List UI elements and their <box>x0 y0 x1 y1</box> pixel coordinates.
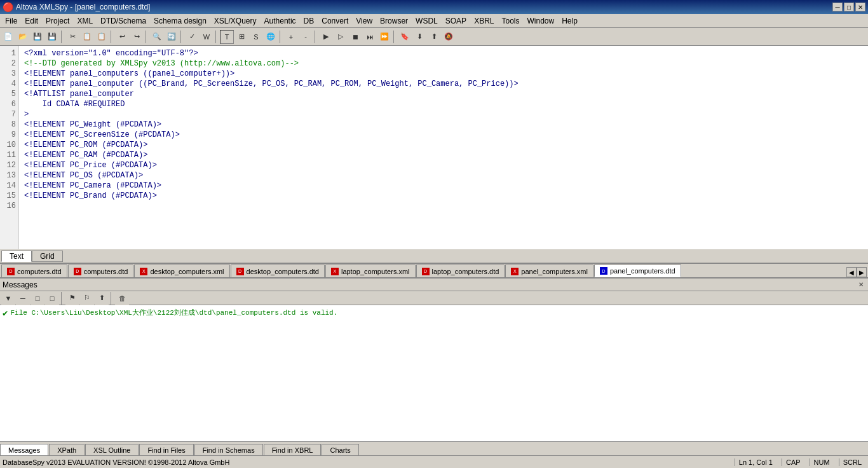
tb-sep7 <box>315 31 317 43</box>
tb-cut[interactable]: ✂ <box>65 30 79 44</box>
tab-icon-8: D <box>600 267 607 275</box>
menu-edit[interactable]: Edit <box>21 15 42 27</box>
menu-authentic[interactable]: Authentic <box>261 15 300 27</box>
menu-window[interactable]: Window <box>524 15 559 27</box>
tb-more1[interactable]: ▶ <box>319 30 333 44</box>
code-container[interactable]: 12345 678910 1112131415 16 <?xml version… <box>0 46 868 249</box>
tab-icon-5: X <box>331 268 339 275</box>
minimize-button[interactable]: ─ <box>832 3 843 11</box>
tb-more3[interactable]: ⏹ <box>348 30 362 44</box>
tb-replace[interactable]: 🔄 <box>165 30 179 44</box>
msg-tb-6[interactable]: ⚐ <box>80 291 94 305</box>
tb-expand[interactable]: + <box>284 30 298 44</box>
tab-laptop-xml[interactable]: X laptop_computers.xml <box>325 265 416 277</box>
tab-icon-4: D <box>236 268 244 275</box>
menu-wsdl[interactable]: WSDL <box>412 15 442 27</box>
msg-tb-3[interactable]: □ <box>31 291 44 305</box>
tb-more2[interactable]: ▷ <box>334 30 348 44</box>
menu-browser[interactable]: Browser <box>376 15 412 27</box>
tb-browser-view[interactable]: 🌐 <box>264 30 278 44</box>
tab-panel-dtd[interactable]: D panel_computers.dtd <box>594 265 681 277</box>
tb-more9[interactable]: 🔕 <box>442 30 456 44</box>
tb-sep8 <box>393 31 396 43</box>
tb-more5[interactable]: ⏩ <box>377 30 391 44</box>
menu-xsl-xquery[interactable]: XSL/XQuery <box>210 15 261 27</box>
tb-open[interactable]: 📂 <box>16 30 30 44</box>
msg-tb-1[interactable]: ▼ <box>1 291 15 305</box>
tab-laptop-dtd[interactable]: D laptop_computers.dtd <box>416 265 505 277</box>
tb-new[interactable]: 📄 <box>1 30 15 44</box>
tb-collapse[interactable]: - <box>299 30 313 44</box>
tab-desktop-xml[interactable]: X desktop_computers.xml <box>134 265 229 277</box>
tab-panel-xml[interactable]: X panel_computers.xml <box>505 265 593 277</box>
messages-close-button[interactable]: ✕ <box>857 280 865 289</box>
tb-validate[interactable]: ✓ <box>185 30 199 44</box>
bottom-tab-messages[interactable]: Messages <box>0 444 48 455</box>
tb-sep1 <box>61 31 64 43</box>
tab-nav-left[interactable]: ◀ <box>846 267 857 277</box>
tb-save-all[interactable]: 💾 <box>45 30 59 44</box>
tb-wellformed[interactable]: W <box>200 30 214 44</box>
menu-help[interactable]: Help <box>558 15 581 27</box>
tb-sep2 <box>111 31 113 43</box>
menu-tools[interactable]: Tools <box>498 15 523 27</box>
tb-more8[interactable]: ⬆ <box>427 30 441 44</box>
menu-convert[interactable]: Convert <box>318 15 352 27</box>
tb-schema-view[interactable]: S <box>249 30 263 44</box>
bottom-tab-find-files[interactable]: Find in Files <box>139 444 193 455</box>
tab-computers-dtd-1[interactable]: D computers.dtd <box>1 265 67 277</box>
tb-undo[interactable]: ↩ <box>115 30 129 44</box>
menu-file[interactable]: File <box>1 15 21 27</box>
msg-tb-clear[interactable]: 🗑 <box>115 291 129 305</box>
tb-redo[interactable]: ↪ <box>130 30 144 44</box>
close-button[interactable]: ✕ <box>855 3 865 11</box>
tab-text[interactable]: Text <box>1 251 32 262</box>
tb-grid-view[interactable]: ⊞ <box>234 30 248 44</box>
tb-save[interactable]: 💾 <box>31 30 44 44</box>
tb-text-view[interactable]: T <box>220 30 234 44</box>
msg-tb-7[interactable]: ⬆ <box>95 291 109 305</box>
tb-sep4 <box>180 31 183 43</box>
menu-xbrl[interactable]: XBRL <box>470 15 498 27</box>
messages-toolbar: ▼ ─ □ □ ⚑ ⚐ ⬆ 🗑 <box>0 291 868 305</box>
code-content[interactable]: <?xml version="1.0" encoding="UTF-8"?> <… <box>19 46 868 249</box>
success-icon: ✔ <box>3 308 8 319</box>
tb-more7[interactable]: ⬇ <box>412 30 426 44</box>
status-right: Ln 1, Col 1 CAP NUM SCRL <box>735 458 865 466</box>
tb-more4[interactable]: ⏭ <box>363 30 377 44</box>
tab-desktop-dtd[interactable]: D desktop_computers.dtd <box>231 265 325 277</box>
maximize-button[interactable]: □ <box>844 3 854 11</box>
msg-sep1 <box>61 292 64 305</box>
msg-tb-4[interactable]: □ <box>45 291 59 305</box>
msg-tb-5[interactable]: ⚑ <box>65 291 79 305</box>
title-bar-controls[interactable]: ─ □ ✕ <box>832 3 865 11</box>
tb-copy[interactable]: 📋 <box>80 30 94 44</box>
menu-view[interactable]: View <box>352 15 376 27</box>
msg-tb-2[interactable]: ─ <box>16 291 30 305</box>
tb-find[interactable]: 🔍 <box>150 30 164 44</box>
bottom-tab-find-schemas[interactable]: Find in Schemas <box>194 444 263 455</box>
status-num: NUM <box>810 458 834 466</box>
tb-paste[interactable]: 📋 <box>95 30 109 44</box>
tab-nav-right[interactable]: ▶ <box>857 267 867 277</box>
bottom-tabs: Messages XPath XSL Outline Find in Files… <box>0 441 868 455</box>
bottom-tab-find-xbrl[interactable]: Find in XBRL <box>264 444 322 455</box>
bottom-tab-charts[interactable]: Charts <box>322 444 358 455</box>
menu-soap[interactable]: SOAP <box>442 15 470 27</box>
tb-more6[interactable]: 🔖 <box>398 30 412 44</box>
editor-area: 12345 678910 1112131415 16 <?xml version… <box>0 46 868 277</box>
messages-header: Messages ✕ <box>0 279 868 291</box>
status-text: DatabaseSpy v2013 EVALUATION VERSION! ©1… <box>3 458 229 466</box>
menu-xml[interactable]: XML <box>73 15 97 27</box>
message-text: File C:\Users\Liu\Desktop\XML大作业\2122刘佳成… <box>10 308 337 317</box>
menu-db[interactable]: DB <box>300 15 318 27</box>
menu-dtd-schema[interactable]: DTD/Schema <box>97 15 150 27</box>
tab-computers-dtd-2[interactable]: D computers.dtd <box>68 265 134 277</box>
bottom-tab-xsl-outline[interactable]: XSL Outline <box>85 444 139 455</box>
msg-sep2 <box>111 292 113 305</box>
bottom-tab-xpath[interactable]: XPath <box>49 444 85 455</box>
menu-schema-design[interactable]: Schema design <box>150 15 210 27</box>
menu-project[interactable]: Project <box>42 15 73 27</box>
tab-grid[interactable]: Grid <box>32 251 63 262</box>
tab-icon-2: D <box>74 268 81 275</box>
